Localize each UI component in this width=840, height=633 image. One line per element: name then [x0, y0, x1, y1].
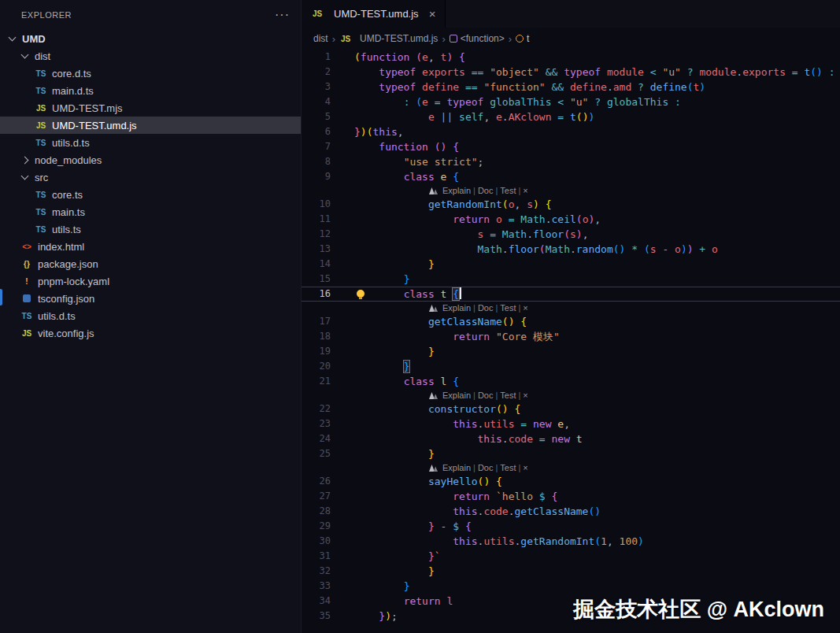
line-number[interactable]: 1 — [302, 50, 331, 65]
line-number[interactable]: 7 — [302, 139, 331, 154]
code-line-25[interactable]: 25 } — [302, 446, 840, 461]
tree-item-main.d.ts[interactable]: TSmain.d.ts — [0, 82, 301, 99]
breadcrumb-item-dist[interactable]: dist — [313, 33, 328, 44]
line-number[interactable]: 2 — [302, 65, 331, 80]
code-line-1[interactable]: 1(function (e, t) { — [302, 50, 840, 65]
code-line-30[interactable]: 30 this.utils.getRandomInt(1, 100) — [302, 534, 840, 549]
codelens-action-doc[interactable]: Doc — [478, 186, 494, 195]
tree-item-utils.d.ts[interactable]: TSutils.d.ts — [0, 307, 301, 324]
code-line-31[interactable]: 31 }` — [302, 549, 840, 564]
code-line-5[interactable]: 5 e || self, e.AKclown = t()) — [302, 109, 840, 124]
code-line-12[interactable]: 12 s = Math.floor(s), — [302, 227, 840, 242]
line-number[interactable]: 35 — [302, 609, 331, 624]
tree-item-package.json[interactable]: {}package.json — [0, 255, 301, 272]
line-number[interactable]: 15 — [302, 272, 331, 287]
line-number[interactable]: 16 — [302, 287, 331, 302]
line-number[interactable]: 12 — [302, 227, 331, 242]
codelens-action-test[interactable]: Test — [500, 186, 516, 195]
line-number[interactable]: 23 — [302, 416, 331, 431]
tree-item-dist[interactable]: dist — [0, 47, 301, 65]
line-number[interactable]: 20 — [302, 359, 331, 374]
line-number[interactable]: 30 — [302, 534, 331, 549]
line-number[interactable]: 11 — [302, 212, 331, 227]
codelens-action-test[interactable]: Test — [500, 303, 516, 313]
tree-item-utils.ts[interactable]: TSutils.ts — [0, 220, 301, 238]
lightbulb-icon[interactable] — [357, 290, 364, 298]
line-number[interactable]: 6 — [302, 124, 331, 139]
line-number[interactable]: 29 — [302, 519, 331, 534]
tree-item-src[interactable]: src — [0, 168, 301, 186]
line-number[interactable]: 3 — [302, 80, 331, 94]
codelens-dismiss-icon[interactable]: × — [523, 391, 527, 400]
code-line-27[interactable]: 27 return `hello $ { — [302, 489, 840, 504]
line-number[interactable]: 27 — [302, 489, 331, 504]
codelens-action-test[interactable]: Test — [500, 391, 516, 400]
tree-item-tsconfig.json[interactable]: tsconfig.json — [0, 290, 301, 307]
breadcrumb-item-function[interactable]: <function> — [450, 33, 505, 44]
line-number[interactable]: 34 — [302, 594, 331, 609]
code-line-18[interactable]: 18 return "Core 模块" — [302, 329, 840, 344]
line-number[interactable]: 19 — [302, 344, 331, 359]
line-number[interactable]: 22 — [302, 402, 331, 416]
code-line-4[interactable]: 4 : (e = typeof globalThis < "u" ? globa… — [302, 94, 840, 109]
code-line-22[interactable]: 22 constructor() { — [302, 402, 840, 416]
tree-item-pnpm-lock.yaml[interactable]: !pnpm-lock.yaml — [0, 272, 301, 290]
code-line-29[interactable]: 29 } - $ { — [302, 519, 840, 534]
tree-item-UMD-TEST.umd.js[interactable]: JSUMD-TEST.umd.js — [0, 117, 301, 134]
code-line-23[interactable]: 23 this.utils = new e, — [302, 416, 840, 431]
line-number[interactable]: 31 — [302, 549, 331, 564]
codelens-action-doc[interactable]: Doc — [478, 391, 494, 400]
codelens-action-doc[interactable]: Doc — [478, 463, 494, 472]
code-line-20[interactable]: 20 } — [302, 359, 840, 374]
code-line-21[interactable]: 21 class l { — [302, 374, 840, 389]
line-number[interactable]: 25 — [302, 446, 331, 461]
codelens-dismiss-icon[interactable]: × — [523, 186, 527, 195]
tree-item-main.ts[interactable]: TSmain.ts — [0, 203, 301, 220]
line-number[interactable]: 14 — [302, 257, 331, 272]
codelens-action-explain[interactable]: Explain — [442, 303, 471, 313]
code-line-32[interactable]: 32 } — [302, 564, 840, 579]
line-number[interactable]: 17 — [302, 314, 331, 329]
code-line-3[interactable]: 3 typeof define == "function" && define.… — [302, 80, 840, 94]
codelens-action-explain[interactable]: Explain — [442, 186, 471, 195]
codelens-action-test[interactable]: Test — [500, 463, 516, 472]
code-line-8[interactable]: 8 "use strict"; — [302, 154, 840, 169]
tree-item-core.ts[interactable]: TScore.ts — [0, 186, 301, 203]
tree-item-vite.config.js[interactable]: JSvite.config.js — [0, 324, 301, 342]
code-line-10[interactable]: 10 getRandomInt(o, s) { — [302, 197, 840, 212]
code-line-2[interactable]: 2 typeof exports == "object" && typeof m… — [302, 65, 840, 80]
code-line-15[interactable]: 15 } — [302, 272, 840, 287]
tab-close-icon[interactable]: × — [429, 7, 436, 20]
tree-item-utils.d.ts[interactable]: TSutils.d.ts — [0, 134, 301, 151]
line-number[interactable]: 28 — [302, 504, 331, 519]
more-actions-icon[interactable]: ··· — [275, 8, 290, 22]
line-number[interactable]: 5 — [302, 109, 331, 124]
tree-item-UMD-TEST.mjs[interactable]: JSUMD-TEST.mjs — [0, 99, 301, 117]
breadcrumb-item-file[interactable]: JS UMD-TEST.umd.js — [339, 33, 438, 44]
code-line-14[interactable]: 14 } — [302, 257, 840, 272]
code-line-19[interactable]: 19 } — [302, 344, 840, 359]
codelens-action-doc[interactable]: Doc — [478, 303, 494, 313]
line-number[interactable]: 4 — [302, 94, 331, 109]
code-line-16[interactable]: 16 class t { — [302, 287, 840, 302]
line-number[interactable]: 8 — [302, 154, 331, 169]
code-line-13[interactable]: 13 Math.floor(Math.random() * (s - o)) +… — [302, 242, 840, 257]
codelens-action-explain[interactable]: Explain — [442, 391, 471, 400]
tree-item-core.d.ts[interactable]: TScore.d.ts — [0, 65, 301, 82]
line-number[interactable]: 32 — [302, 564, 331, 579]
line-number[interactable]: 18 — [302, 329, 331, 344]
tree-item-index.html[interactable]: <>index.html — [0, 238, 301, 255]
codelens-dismiss-icon[interactable]: × — [523, 303, 527, 313]
code-line-7[interactable]: 7 function () { — [302, 139, 840, 154]
code-line-9[interactable]: 9 class e { — [302, 169, 840, 184]
code-line-24[interactable]: 24 this.code = new t — [302, 431, 840, 446]
line-number[interactable]: 24 — [302, 431, 331, 446]
code-line-17[interactable]: 17 getClassName() { — [302, 314, 840, 329]
codelens-dismiss-icon[interactable]: × — [523, 463, 527, 472]
workspace-root[interactable]: UMD — [0, 30, 301, 47]
line-number[interactable]: 33 — [302, 579, 331, 594]
code-line-33[interactable]: 33 } — [302, 579, 840, 594]
line-number[interactable]: 26 — [302, 474, 331, 489]
code-line-28[interactable]: 28 this.code.getClassName() — [302, 504, 840, 519]
line-number[interactable]: 13 — [302, 242, 331, 257]
